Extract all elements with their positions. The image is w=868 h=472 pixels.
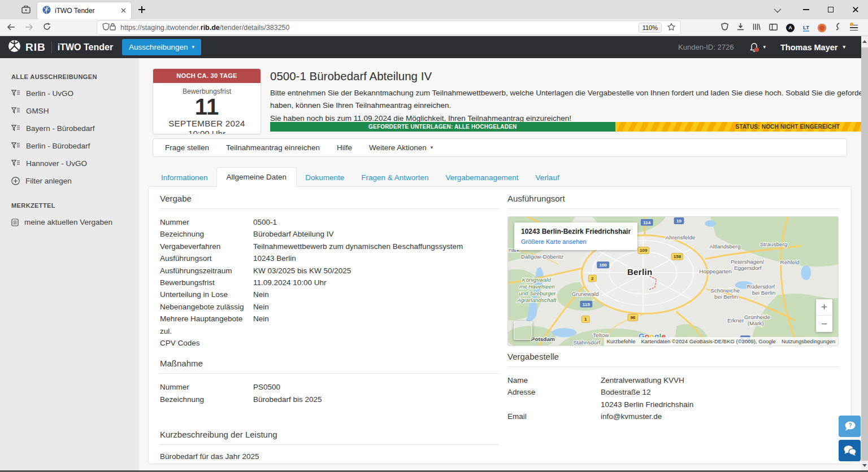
- downloads-icon[interactable]: [737, 23, 744, 33]
- browser-tab[interactable]: iTWO Tender: [37, 2, 131, 19]
- user-menu[interactable]: Thomas Mayer▾: [780, 43, 845, 52]
- table-row: BezeichnungBürobedarf Abteilung IV: [160, 228, 499, 240]
- bookmark-star-icon[interactable]: [667, 23, 675, 33]
- map-zoom-controls: + −: [816, 299, 832, 332]
- url-text[interactable]: https://staging.itwotender.rib.de/tender…: [120, 24, 639, 32]
- chevron-down-icon: ▾: [192, 45, 194, 50]
- svg-text:Berlin: Berlin: [627, 268, 653, 277]
- table-row: Ausführungsort10243 Berlin: [160, 252, 499, 264]
- table-row: VergabeverfahrenTeilnahmewettbewerb zum …: [160, 241, 499, 252]
- svg-text:96: 96: [630, 315, 635, 320]
- map-shortcuts-link[interactable]: Kurzbefehle: [604, 337, 639, 346]
- tab-informationen[interactable]: Informationen: [153, 168, 216, 187]
- ausfuehrungsort-heading: Ausführungsort: [507, 194, 840, 209]
- address-bar[interactable]: https://staging.itwotender.rib.de/tender…: [97, 21, 680, 34]
- minimize-button[interactable]: [793, 0, 818, 19]
- page-scrollbar[interactable]: [861, 36, 868, 470]
- tab-title: iTWO Tender: [55, 7, 117, 15]
- lock-icon[interactable]: [110, 23, 116, 33]
- submit-participation-button[interactable]: Teilnahmeantrag einreichen: [218, 139, 328, 156]
- svg-text:Petershagen/: Petershagen/: [731, 259, 764, 265]
- svg-text:Agrarlandschaft: Agrarlandschaft: [517, 297, 557, 303]
- tab-close-icon[interactable]: [121, 7, 126, 14]
- deadline-card: NOCH CA. 30 TAGE Bewerbungsfrist 11 SEPT…: [153, 68, 261, 134]
- scroll-down-icon[interactable]: [862, 464, 867, 467]
- svg-text:?: ?: [848, 422, 852, 429]
- sidebar-item-bayern-buerobedarf[interactable]: Bayern - Bürobedarf: [11, 120, 139, 137]
- back-icon[interactable]: [7, 23, 15, 33]
- map-terms-link[interactable]: Nutzungsbedingungen: [779, 337, 838, 346]
- notification-badge: [754, 47, 759, 52]
- sidebar-item-berlin-buerobedarf[interactable]: Berlin - Bürobedarf: [11, 137, 139, 155]
- close-window-button[interactable]: [843, 0, 868, 19]
- scroll-up-icon[interactable]: [862, 40, 867, 43]
- tab-verlauf[interactable]: Verlauf: [527, 168, 568, 187]
- svg-text:1: 1: [584, 317, 587, 322]
- map-zoom-in-button[interactable]: +: [816, 299, 832, 316]
- question-bubble-icon: ?: [844, 421, 856, 432]
- svg-text:bei Berlin: bei Berlin: [752, 290, 775, 296]
- help-chat-button[interactable]: ?: [839, 416, 861, 437]
- zoom-level-badge[interactable]: 110%: [639, 23, 662, 33]
- more-actions-button[interactable]: Weitere Aktionen▾: [361, 139, 441, 156]
- scrollbar-thumb[interactable]: [861, 47, 868, 461]
- notifications-button[interactable]: ▾: [749, 42, 766, 53]
- dark-reader-extension-icon[interactable]: A: [786, 24, 795, 32]
- kurzbeschreibung-heading: Kurzbeschreibung der Leistung: [160, 430, 499, 445]
- help-button[interactable]: Hilfe: [328, 139, 361, 156]
- google-map-embed[interactable]: 114 10 100 115 10 109 158 2 1 96 Ahrensf…: [507, 216, 839, 346]
- languagetool-extension-icon[interactable]: LT: [803, 24, 809, 32]
- sidebar-section-all: ALLE AUSSCHREIBUNGEN: [11, 73, 139, 80]
- svg-text:158: 158: [674, 254, 682, 259]
- sidebar-item-add-filter[interactable]: Filter anlegen: [11, 172, 139, 190]
- protections-shield-icon[interactable]: [721, 23, 728, 33]
- sidebar-item-gmsh[interactable]: GMSH: [11, 102, 139, 120]
- ausschreibungen-menu-button[interactable]: Ausschreibungen▾: [122, 39, 201, 55]
- new-tab-button[interactable]: [137, 5, 146, 14]
- table-row: Nebenangebote zulässigNein: [160, 301, 499, 313]
- svg-text:Grünheide: Grünheide: [744, 314, 771, 320]
- tab-vergabemanagement[interactable]: Vergabemanagement: [437, 168, 527, 187]
- gesture-extension-icon[interactable]: [835, 23, 841, 33]
- svg-text:10: 10: [676, 218, 682, 224]
- tab-fragen-antworten[interactable]: Fragen & Antworten: [353, 168, 437, 187]
- map-larger-map-link[interactable]: Größere Karte ansehen: [521, 238, 631, 245]
- tab-allgemeine-daten[interactable]: Allgemeine Daten: [216, 167, 297, 187]
- svg-text:100: 100: [599, 263, 607, 268]
- ask-question-button[interactable]: Frage stellen: [157, 139, 218, 156]
- orange-extension-icon[interactable]: [818, 24, 826, 32]
- sidebar-item-my-tenders[interactable]: meine aktuellen Vergaben: [11, 213, 139, 231]
- map-zoom-out-button[interactable]: −: [816, 316, 832, 332]
- tab-overflow-icon[interactable]: [760, 0, 793, 19]
- svg-text:109: 109: [640, 248, 648, 253]
- table-row: NameZentralverwatlung KVVH: [507, 374, 840, 386]
- massnahme-heading: Maßnahme: [160, 359, 499, 374]
- kurzbeschreibung-text: Bürobedarf für das Jahr 2025: [160, 452, 499, 461]
- tab-dokumente[interactable]: Dokumente: [297, 168, 353, 187]
- reload-icon[interactable]: [43, 23, 51, 33]
- menu-icon[interactable]: [850, 25, 858, 31]
- table-row: NummerPS0500: [160, 381, 499, 393]
- library-icon[interactable]: [753, 23, 761, 33]
- table-row: Mehrere Hauptangebote zul.Nein: [160, 313, 499, 337]
- forward-icon[interactable]: [25, 23, 33, 33]
- sidebar-item-berlin-uvgo[interactable]: Berlin - UvGO: [11, 85, 139, 102]
- filter-icon: [11, 142, 20, 150]
- header-divider: [51, 42, 52, 53]
- map-satellite-toggle[interactable]: [514, 321, 532, 340]
- map-attribution: Kurzbefehle Kartendaten ©2024 GeoBasis-D…: [604, 337, 838, 346]
- svg-text:Altlandsberg: Altlandsberg: [709, 243, 740, 250]
- svg-text:2: 2: [591, 276, 594, 281]
- sidebar-section-notes: MERKZETTEL: [11, 202, 139, 209]
- permissions-shield-icon[interactable]: [102, 23, 110, 33]
- vergabestelle-table: NameZentralverwatlung KVVH Adresse Bodes…: [507, 374, 840, 423]
- maximize-button[interactable]: [818, 0, 843, 19]
- tab-content-panel: Vergabe Nummer0500-1 BezeichnungBürobeda…: [148, 186, 852, 464]
- sidebar-toggle-icon[interactable]: [769, 23, 778, 33]
- map-info-title: 10243 Berlin-Bezirk Friedrichshain-K...: [521, 228, 631, 235]
- sidebar-item-hannover-uvgo[interactable]: Hannover - UvGO: [11, 155, 139, 172]
- live-chat-button[interactable]: [839, 440, 861, 461]
- firefox-view-icon[interactable]: [20, 4, 32, 15]
- tender-description: Bitte entnehmen Sie der Bekanntmachung z…: [270, 87, 868, 125]
- svg-text:Stahnsdorf: Stahnsdorf: [573, 339, 600, 346]
